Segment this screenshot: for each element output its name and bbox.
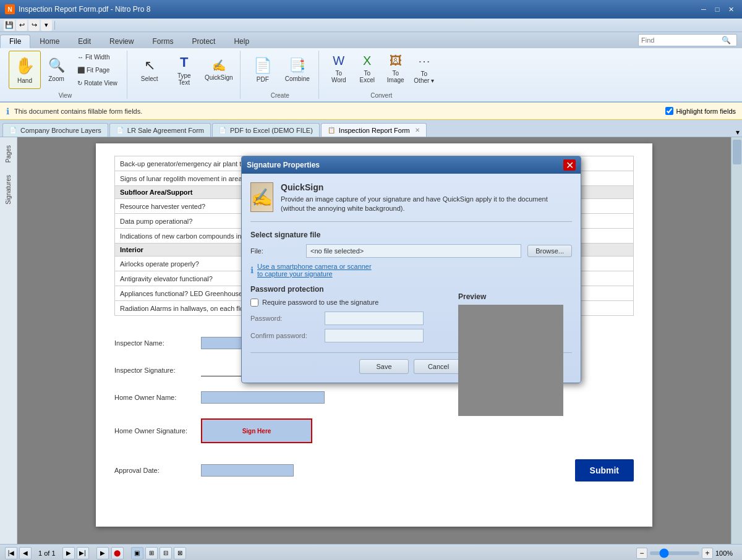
tab-pdf-excel[interactable]: 📄 PDF to Excel (DEMO FILE) [212,123,320,137]
quick-access-toolbar: 💾 ↩ ↪ ▾ [0,19,742,32]
other-icon: ⋯ [418,54,430,69]
tab-close-button[interactable]: ✕ [415,127,420,134]
highlight-checkbox[interactable] [665,107,673,115]
rotate-view-button[interactable]: ↻ Rotate View [73,77,122,89]
single-page-btn[interactable]: ▣ [131,547,143,559]
dialog-close-button[interactable]: ✕ [563,159,576,171]
ribbon-group-convert: W ToWord X ToExcel 🖼 ToImage ⋯ ToOther ▾… [320,51,443,99]
pdf-icon: 📄 [254,57,272,74]
qs-text-container: QuickSign Provide an image capture of yo… [281,182,572,214]
require-password-checkbox[interactable] [250,299,258,307]
smartphone-link[interactable]: Use a smartphone camera or scannerto cap… [257,263,372,278]
tab-scroll-right[interactable]: ▾ [736,128,740,137]
quick-toolbar-menu-btn[interactable]: ▾ [41,20,52,31]
hand-label: Hand [17,77,32,84]
zoom-percent: 100% [715,549,737,557]
redo-btn[interactable]: ↪ [28,20,40,31]
confirm-password-input[interactable] [325,329,424,342]
maximize-button[interactable]: □ [711,4,723,15]
prev-page-button[interactable]: ◀ [19,547,32,559]
dialog-title-bar: Signature Properties ✕ [242,156,581,174]
stop-button[interactable]: ⬤ [111,547,124,559]
tab-company-brochure-icon: 📄 [9,127,17,134]
create-group-buttons: 📄 PDF 📑 Combine [247,51,313,91]
to-other-button[interactable]: ⋯ ToOther ▾ [411,51,438,89]
pdf-create-button[interactable]: 📄 PDF [247,51,279,89]
save-quick-btn[interactable]: 💾 [4,20,15,31]
info-bar: ℹ This document contains fillable form f… [0,103,742,120]
view-group-buttons: ✋ Hand 🔍 Zoom ↔ Fit Width [9,51,122,91]
file-row: File: <no file selected> Browse... [250,244,572,258]
first-page-button[interactable]: |◀ [5,547,17,559]
dialog-title: Signature Properties [247,161,320,169]
combine-icon: 📑 [289,57,305,74]
play-button[interactable]: ▶ [96,547,109,559]
require-password-label: Require password to use the signature [262,299,378,306]
info-circle-icon: ℹ [250,265,254,275]
to-word-button[interactable]: W ToWord [325,51,352,89]
tab-forms[interactable]: Forms [143,35,182,48]
convert-group-label: Convert [370,92,392,99]
close-button[interactable]: ✕ [725,4,737,15]
minimize-button[interactable]: ─ [697,4,710,15]
quicksign-logo: ✍ [250,182,273,212]
tab-pdf-excel-label: PDF to Excel (DEMO FILE) [230,127,313,134]
select-icon: ↖ [144,57,155,74]
hand-tool-button[interactable]: ✋ Hand [9,51,41,89]
select-button[interactable]: ↖ Select [134,51,166,89]
window-title: Inspection Report Form.pdf - Nitro Pro 8 [19,5,150,14]
browse-button[interactable]: Browse... [527,245,572,257]
qs-description: Provide an image capture of your signatu… [281,195,572,214]
combine-button[interactable]: 📑 Combine [281,51,313,89]
ribbon-content: ✋ Hand 🔍 Zoom ↔ Fit Width [0,48,742,101]
tab-lr-sale[interactable]: 📄 LR Sale Agreement Form [109,123,211,137]
tab-inspection-report[interactable]: 📋 Inspection Report Form ✕ [321,123,427,137]
status-bar: |◀ ◀ 1 of 1 ▶ ▶| ▶ ⬤ ▣ ⊞ ⊟ ⊠ − + 100% [0,544,742,560]
zoom-out-button[interactable]: − [636,548,647,559]
type-text-button[interactable]: T TypeText [168,51,200,89]
dialog-header: ✍ QuickSign Provide an image capture of … [250,182,572,222]
cover-btn[interactable]: ⊠ [174,547,186,559]
fit-page-button[interactable]: ⬛ Fit Page [73,64,122,76]
tab-company-brochure-label: Company Brochure Layers [20,127,101,134]
tab-protect[interactable]: Protect [182,35,224,48]
rotate-icon: ↻ [77,80,82,87]
to-image-button[interactable]: 🖼 ToImage [382,51,409,89]
info-message: This document contains fillable form fie… [14,108,660,115]
tab-help[interactable]: Help [224,35,258,48]
tab-pdf-excel-icon: 📄 [219,127,226,134]
main-area: Pages Signatures Back-up generator/emerg… [0,137,742,544]
tools-group-buttons: ↖ Select T TypeText ✍ QuickSign [134,51,235,91]
continuous-btn[interactable]: ⊞ [145,547,158,559]
fit-width-button[interactable]: ↔ Fit Width [73,51,122,63]
zoom-button[interactable]: 🔍 Zoom [43,51,69,89]
create-group-label: Create [271,92,289,99]
zoom-in-button[interactable]: + [702,548,713,559]
last-page-button[interactable]: ▶| [77,547,89,559]
tab-edit[interactable]: Edit [69,35,100,48]
page-info: 1 of 1 [33,549,61,557]
file-label: File: [250,247,300,255]
save-button[interactable]: Save [359,359,409,374]
page-navigation: |◀ ◀ 1 of 1 ▶ ▶| [5,547,89,559]
tab-home[interactable]: Home [30,35,69,48]
file-value: <no file selected> [306,244,521,258]
zoom-slider[interactable] [650,551,699,555]
tab-review[interactable]: Review [100,35,143,48]
tab-company-brochure[interactable]: 📄 Company Brochure Layers [2,123,108,137]
search-icon[interactable]: 🔍 [722,36,731,45]
find-input[interactable] [641,36,722,44]
dialog-body: ✍ QuickSign Provide an image capture of … [242,174,581,383]
password-input[interactable] [325,312,424,325]
title-bar-left: N Inspection Report Form.pdf - Nitro Pro… [5,4,150,14]
facing-btn[interactable]: ⊟ [160,547,172,559]
next-page-button[interactable]: ▶ [62,547,75,559]
quicksign-button[interactable]: ✍ QuickSign [203,51,235,89]
tab-file[interactable]: File [0,35,30,48]
preview-section: Preview [458,292,563,416]
tab-lr-icon: 📄 [116,127,124,134]
cancel-button[interactable]: Cancel [414,359,463,374]
to-excel-button[interactable]: X ToExcel [354,51,381,89]
undo-btn[interactable]: ↩ [16,20,27,31]
highlight-check-container: Highlight form fields [665,107,736,115]
